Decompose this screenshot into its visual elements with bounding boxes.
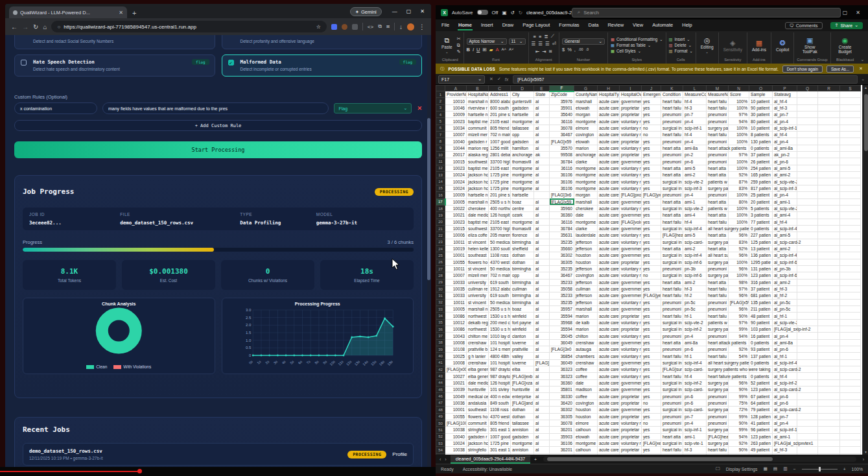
cell[interactable]: 1725 pine (489, 185, 511, 191)
cell[interactable] (818, 239, 840, 245)
cell[interactable]: 35570 (550, 145, 574, 151)
cell[interactable] (840, 185, 861, 191)
cell[interactable]: 10033 (445, 292, 467, 299)
cell[interactable]: no (642, 125, 661, 131)
cell[interactable] (797, 379, 818, 386)
cell[interactable] (797, 279, 818, 285)
cell[interactable] (840, 272, 861, 279)
tab-page-layout[interactable]: Page Layout (522, 21, 550, 30)
cell[interactable]: madison (574, 387, 598, 393)
cell[interactable]: governmen (620, 245, 642, 252)
cell[interactable]: baptist me (467, 118, 489, 125)
rule-name-input[interactable]: x contamination (14, 102, 97, 114)
cell[interactable]: yes (642, 387, 661, 393)
cell[interactable]: 987 drayto (489, 373, 511, 379)
cell[interactable]: 36854 (550, 353, 574, 359)
row-header-48[interactable]: 48 (436, 407, 445, 413)
cell[interactable]: al_pn-6 (773, 399, 797, 406)
cell[interactable]: heart failu (707, 447, 729, 453)
cell[interactable]: yes (642, 393, 661, 399)
row-header-13[interactable]: 13 (436, 172, 445, 178)
cell[interactable]: 79 patient (749, 407, 773, 413)
cell[interactable]: anniston (511, 447, 534, 453)
video-progress-bar[interactable] (0, 471, 139, 472)
cell[interactable] (818, 313, 840, 319)
cell[interactable]: 90 patient (749, 104, 773, 111)
cell[interactable]: 96% (729, 306, 749, 313)
cell[interactable]: pneumoni (707, 112, 729, 118)
maximize-button[interactable]: ▢ (406, 8, 412, 14)
cell[interactable] (840, 359, 861, 366)
cell[interactable]: winfield (511, 326, 534, 333)
cell[interactable]: al_pn-4 (773, 192, 797, 198)
cell[interactable]: 94% (729, 118, 749, 125)
cell[interactable]: yes (642, 366, 661, 373)
cell[interactable]: 8 patients (749, 132, 773, 138)
cell[interactable]: pneumoni (707, 158, 729, 165)
row-header-9[interactable]: 9 (436, 145, 445, 151)
cell[interactable]: 50 medica (489, 299, 511, 305)
profile-link[interactable]: Profile (392, 451, 407, 457)
cell[interactable]: al_ami-2 (773, 279, 797, 285)
align-left-icon[interactable]: ☰ (532, 41, 536, 47)
cell[interactable]: governmen (620, 252, 642, 259)
cell[interactable]: pneumoni (707, 306, 729, 313)
show-toolpak-button[interactable]: ▣Show ToolPak (797, 36, 823, 54)
cell[interactable]: guntersvill (511, 98, 534, 104)
cell[interactable] (840, 252, 861, 259)
decrease-indent-icon[interactable]: ⇤ (535, 49, 539, 54)
cell[interactable]: calhoun (574, 447, 598, 453)
cell[interactable]: ami-8a (683, 145, 707, 151)
cell[interactable]: yes (642, 285, 661, 292)
column-header-A[interactable]: A (445, 86, 467, 91)
cell[interactable]: scip-inf-1 (683, 125, 707, 131)
cell[interactable] (797, 420, 818, 426)
tab-formulas[interactable]: Formulas (558, 21, 580, 30)
cell[interactable]: 10024 (445, 185, 467, 191)
cell[interactable]: 10086 (445, 313, 467, 319)
cell[interactable]: 10038 (445, 447, 467, 453)
cell[interactable]: 26 patient (749, 158, 773, 165)
cell[interactable] (840, 299, 861, 305)
cell[interactable]: 100% (729, 165, 749, 171)
tab-view[interactable]: View (632, 21, 644, 30)
column-header-G[interactable]: G (574, 86, 598, 91)
cell[interactable]: 97% (729, 285, 749, 292)
row-header-21[interactable]: 21 (436, 225, 445, 232)
cell[interactable]: anchorage (511, 152, 534, 158)
cell[interactable]: voluntary r (620, 346, 642, 353)
cell[interactable]: southeast (467, 407, 489, 413)
cell[interactable]: pneumoni (707, 118, 729, 125)
cell[interactable]: g h lanier (467, 353, 489, 359)
cell[interactable]: 36116 (550, 118, 574, 125)
cell[interactable]: dale (574, 212, 598, 219)
cell[interactable]: 75% (729, 399, 749, 406)
cell[interactable] (840, 413, 861, 420)
cell[interactable]: al (534, 272, 550, 279)
cell[interactable]: montgome (574, 172, 598, 178)
cell[interactable]: heart atta (661, 339, 683, 346)
cell[interactable]: al_scip-inf-2 (773, 379, 797, 386)
cell[interactable]: 100% (729, 104, 749, 111)
cell[interactable]: surgical in (661, 259, 683, 265)
cell[interactable]: tallassee (511, 125, 534, 131)
cell[interactable]: houston (574, 407, 598, 413)
cell[interactable]: acute care (598, 299, 620, 305)
cell[interactable]: 30 patient (749, 112, 773, 118)
cell[interactable]: 36201 (550, 447, 574, 453)
cell[interactable]: 1530 u s h (489, 313, 511, 319)
cell[interactable]: pneumoni (661, 453, 683, 455)
cell[interactable]: alaska reg (467, 152, 489, 158)
font-name-select[interactable]: Aptos Narrow⌄ (467, 38, 507, 45)
cell[interactable]: al_ami-1 (773, 198, 797, 205)
cell[interactable]: al_ami-2 (773, 172, 797, 178)
header-cell[interactable]: MeasureNa (707, 91, 729, 98)
cell[interactable]: 10027 (445, 373, 467, 379)
row-header-5[interactable]: 5 (436, 118, 445, 125)
cell[interactable]: 10023 (445, 219, 467, 225)
cell[interactable] (840, 319, 861, 326)
cell[interactable]: montgome (511, 172, 534, 178)
cell[interactable]: ami-5 (683, 165, 707, 171)
cell[interactable]: heart failu (661, 313, 683, 319)
row-header-49[interactable]: 49 (436, 413, 445, 420)
